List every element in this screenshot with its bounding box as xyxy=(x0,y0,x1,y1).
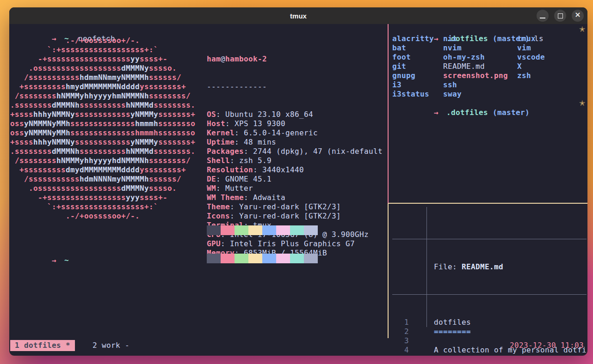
bottom-right-pane[interactable]: File: README.md 1dotfiles2========34A co… xyxy=(392,207,587,338)
ascii-art-line: .-/+oossssoo+/-. xyxy=(10,36,195,45)
top-right-pane[interactable]: →.dotfiles(master)ls ✭ alacrittynixtmuxb… xyxy=(392,24,587,202)
listing-directory: vim xyxy=(517,43,531,53)
info-row: Host: XPS 13 9300 xyxy=(207,119,383,128)
user-name: ham xyxy=(207,55,221,63)
prompt-cwd: .dotfiles xyxy=(446,108,488,117)
palette-swatch xyxy=(221,254,235,263)
window-title: tmux xyxy=(290,12,307,20)
neofetch-ascii-art: .-/+oossssoo+/-. `:+ssssssssssssssssss+:… xyxy=(10,36,195,221)
listing-directory: vscode xyxy=(517,53,545,62)
git-dirty-star-icon: ✭ xyxy=(579,25,585,34)
info-row: WM Theme: Adwaita xyxy=(207,193,383,202)
info-row: OS: Ubuntu 23.10 x86_64 xyxy=(207,110,383,119)
ascii-art-line: `:+ssssssssssssssssss+:` xyxy=(10,202,195,212)
maximize-button[interactable] xyxy=(554,10,566,22)
ascii-art-line: /ssssssssssshdmmNNmmyNMMMMhssssss/ xyxy=(10,73,195,82)
prompt-cwd: ~ xyxy=(64,256,69,265)
ascii-art-line: /sssssssshNMMMyhhyyyyhmNMMMNhssssssss/ xyxy=(10,91,195,101)
listing-directory: nix xyxy=(443,34,517,43)
pane-border-vertical-active[interactable] xyxy=(388,203,389,338)
listing-directory: alacritty xyxy=(392,34,443,43)
listing-row: batnvimvim xyxy=(392,43,545,53)
maximize-icon xyxy=(558,13,563,18)
left-pane[interactable]: →~neofetch .-/+oossssoo+/-. `:+sssssssss… xyxy=(9,24,388,338)
palette-swatch xyxy=(221,225,235,235)
tmux-session: →~neofetch .-/+oossssoo+/-. `:+sssssssss… xyxy=(9,24,587,356)
listing-directory: foot xyxy=(392,53,443,62)
palette-swatch xyxy=(290,254,304,263)
palette-swatch xyxy=(207,225,221,235)
line-number: 2 xyxy=(392,327,409,336)
palette-swatch xyxy=(276,254,290,263)
info-row: Resolution: 3440x1440 xyxy=(207,165,383,175)
listing-row: footoh-my-zshvscode xyxy=(392,53,545,62)
listing-row: gitREADME.mdX xyxy=(392,62,545,71)
listing-directory: nvim xyxy=(443,43,517,53)
status-clock: 2023-12-30 11:03 xyxy=(510,340,584,351)
ascii-art-line: +sssshhhyNMMNyssssssssssssyNMMMysssssss+ xyxy=(10,138,195,147)
neofetch-separator: ------------- xyxy=(207,82,383,91)
shell-prompt-empty: →~ xyxy=(15,247,69,256)
ascii-art-line: +ssssssssshmydMMMMMMMNddddyssssssss+ xyxy=(10,82,195,91)
pane-border-horizontal-active[interactable] xyxy=(389,203,587,204)
listing-row: i3statussway xyxy=(392,90,545,99)
listing-directory: zsh xyxy=(517,71,531,80)
window-titlebar[interactable]: tmux × xyxy=(9,7,587,24)
ascii-art-line: .ossssssssssssssssssdMMMNysssso. xyxy=(10,184,195,193)
prompt-arrow-icon: → xyxy=(52,256,56,265)
info-row: DE: GNOME 45.1 xyxy=(207,175,383,184)
prompt-arrow-icon: → xyxy=(434,108,439,117)
listing-directory: gnupg xyxy=(392,71,443,80)
listing-directory: sway xyxy=(443,90,517,99)
ascii-art-line: .ossssssssssssssssssdMMMNysssso. xyxy=(10,64,195,73)
palette-row-bright xyxy=(207,254,318,263)
bat-header: File: README.md xyxy=(392,262,587,272)
listing-image-file: screenshot.png xyxy=(443,71,517,80)
listing-directory: git xyxy=(392,62,443,71)
neofetch-color-palette xyxy=(207,207,318,282)
neofetch-user-host: ham@hambook-2 xyxy=(207,55,383,64)
line-number: 1 xyxy=(392,318,409,327)
bat-rule-mid xyxy=(392,290,587,299)
shell-prompt: →~neofetch xyxy=(15,25,115,34)
tmux-window-2[interactable]: 2 work - xyxy=(93,340,130,351)
ascii-art-line: +sssshhhyNMMNyssssssssssssyNMMMysssssss+ xyxy=(10,110,195,119)
ascii-art-line: .ssssssssdMMMNhsssssssssshNMMMdssssssss. xyxy=(10,147,195,156)
ascii-art-line: -+sssssssssssssssssyyyssss+- xyxy=(10,193,195,202)
tmux-window-1-active[interactable]: 1 dotfiles * xyxy=(10,340,75,351)
ascii-art-line: .-/+oossssoo+/-. xyxy=(10,212,195,221)
palette-swatch xyxy=(248,225,262,235)
listing-directory: oh-my-zsh xyxy=(443,53,517,62)
pane-border-vertical-inactive[interactable] xyxy=(388,24,389,203)
palette-swatch xyxy=(262,254,276,263)
tmux-status-bar: 1 dotfiles * 2 work - 2023-12-30 11:03 xyxy=(9,340,587,351)
git-dirty-star-icon: ✭ xyxy=(579,99,585,108)
terminal-window: tmux × →~neofetch .-/+oossssoo+/-. `:+ss… xyxy=(9,7,587,356)
ascii-art-line: /ssssssssssshdmNNNNmyNMMMMhssssss/ xyxy=(10,175,195,184)
listing-directory: ssh xyxy=(443,80,517,90)
palette-swatch xyxy=(207,254,221,263)
info-row: Shell: zsh 5.9 xyxy=(207,156,383,165)
bat-file-name: README.md xyxy=(462,262,503,271)
listing-directory: i3 xyxy=(392,80,443,90)
palette-swatch xyxy=(262,225,276,235)
palette-swatch xyxy=(290,225,304,235)
listing-row: gnupgscreenshot.pngzsh xyxy=(392,71,545,80)
info-row: Kernel: 6.5.0-14-generic xyxy=(207,128,383,138)
listing-directory: tmux xyxy=(517,34,536,43)
window-controls: × xyxy=(537,10,584,22)
listing-row: i3ssh xyxy=(392,80,545,90)
listing-directory: bat xyxy=(392,43,443,53)
minimize-button[interactable] xyxy=(537,10,549,22)
ascii-art-line: -+ssssssssssssssssssyyssss+- xyxy=(10,55,195,64)
ascii-art-line: ossyNMMMNyMMhsssssssssssssshmmmhssssssso xyxy=(10,128,195,138)
minimize-icon xyxy=(540,18,545,18)
listing-directory: i3status xyxy=(392,90,443,99)
close-button[interactable]: × xyxy=(572,10,584,22)
git-branch: (master) xyxy=(493,108,530,117)
info-row: Uptime: 48 mins xyxy=(207,138,383,147)
readme-line: 2======== xyxy=(392,327,587,336)
ascii-art-line: ossyNMMMNyMMhsssssssssssssshmmmhssssssso xyxy=(10,119,195,128)
ascii-art-line: .ssssssssdMMMNhsssssssssshNMMMdssssssss. xyxy=(10,101,195,110)
info-row: Packages: 2744 (dpkg), 47 (nix-default xyxy=(207,147,383,156)
